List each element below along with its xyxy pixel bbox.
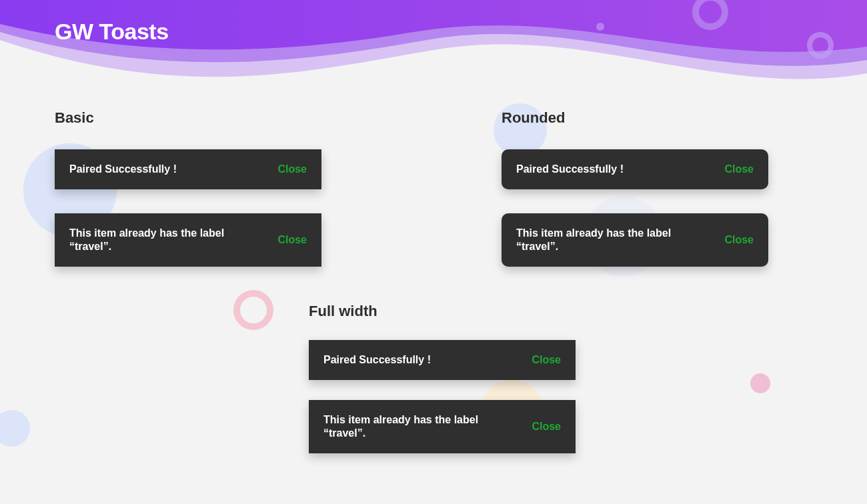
section-title-rounded: Rounded <box>502 109 768 127</box>
toast-close-button[interactable]: Close <box>277 234 307 246</box>
toast-message: Paired Successfully ! <box>69 163 177 176</box>
toast-close-button[interactable]: Close <box>724 163 754 175</box>
toast-message: Paired Successfully ! <box>323 353 431 367</box>
toast-close-button[interactable]: Close <box>724 234 754 246</box>
toast-fullwidth: This item already has the label “travel”… <box>309 400 576 453</box>
toast-basic: This item already has the label “travel”… <box>55 213 321 267</box>
toast-message: This item already has the label “travel”… <box>69 227 243 253</box>
section-rounded: Rounded Paired Successfully ! Close This… <box>502 109 768 291</box>
toast-close-button[interactable]: Close <box>532 354 561 366</box>
wave-graphic <box>0 0 867 107</box>
section-title-basic: Basic <box>55 109 321 127</box>
toast-message: This item already has the label “travel”… <box>323 413 497 440</box>
page-title: GW Toasts <box>55 19 169 45</box>
toast-message: This item already has the label “travel”… <box>516 227 690 253</box>
toast-message: Paired Successfully ! <box>516 163 624 176</box>
section-title-fullwidth: Full width <box>309 303 576 320</box>
toast-rounded: This item already has the label “travel”… <box>502 213 768 267</box>
section-fullwidth: Full width Paired Successfully ! Close T… <box>309 303 576 453</box>
section-basic: Basic Paired Successfully ! Close This i… <box>55 109 321 291</box>
toast-close-button[interactable]: Close <box>532 421 561 433</box>
toast-basic: Paired Successfully ! Close <box>55 149 321 189</box>
toast-close-button[interactable]: Close <box>277 163 307 175</box>
svg-point-2 <box>596 23 604 31</box>
toast-fullwidth: Paired Successfully ! Close <box>309 340 576 380</box>
toast-rounded: Paired Successfully ! Close <box>502 149 768 189</box>
header-wave: GW Toasts <box>0 0 867 93</box>
